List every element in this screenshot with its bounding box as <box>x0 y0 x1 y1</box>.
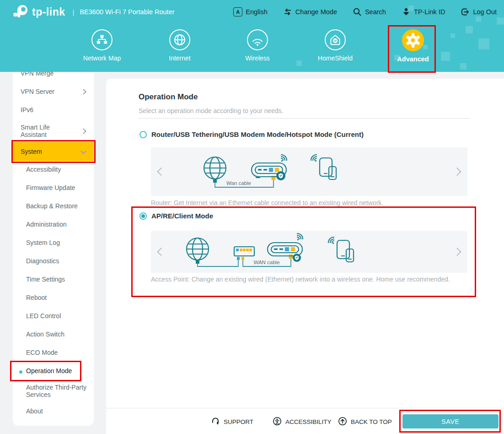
svg-text:WAN cable: WAN cable <box>253 260 279 265</box>
sidebar-item-reboot[interactable]: Reboot <box>13 294 94 301</box>
tab-network-map-label: Network Map <box>83 54 121 62</box>
accessibility-label: ACCESSIBILITY <box>285 418 332 425</box>
sidebar-item-administration[interactable]: Administration <box>13 221 94 228</box>
tplink-id-menu-item[interactable]: TP-Link ID <box>402 7 445 16</box>
top-header: tp-link | BE3600 Wi-Fi 7 Portable Router… <box>0 0 504 72</box>
sidebar: VPN Merge VPN Server IPv6 Smart Life Ass… <box>13 60 94 426</box>
sidebar-item-backup-restore[interactable]: Backup & Restore <box>13 202 94 210</box>
sidebar-item-eco-mode[interactable]: ECO Mode <box>13 349 94 356</box>
sidebar-item-label: IPv6 <box>21 106 33 114</box>
tplink-id-label: TP-Link ID <box>414 8 445 16</box>
sidebar-item-led-control[interactable]: LED Control <box>13 312 94 320</box>
change-mode-icon <box>283 7 292 16</box>
sidebar-item-ipv6[interactable]: IPv6 <box>13 106 94 114</box>
internet-icon <box>169 29 190 50</box>
router-mode-description: Router: Get Internet via an Ethernet cab… <box>151 199 383 206</box>
sidebar-item-system[interactable]: System <box>13 142 94 161</box>
search-icon <box>353 7 362 16</box>
logout-menu-item[interactable]: Log Out <box>461 7 497 16</box>
product-name: BE3600 Wi-Fi 7 Portable Router <box>80 8 174 16</box>
sidebar-item-label: Administration <box>26 221 67 228</box>
sidebar-item-label: Action Switch <box>26 331 64 338</box>
ap-mode-description: Access Point: Change an existing wired (… <box>151 276 450 283</box>
sidebar-item-label: Firmware Update <box>26 184 75 191</box>
logout-icon <box>461 7 470 16</box>
back-to-top-label: BACK TO TOP <box>351 418 392 425</box>
header-menu: A English Change Mode Search <box>233 0 497 24</box>
sidebar-item-time-settings[interactable]: Time Settings <box>13 276 94 283</box>
decor-square <box>460 63 466 70</box>
search-label: Search <box>365 8 386 16</box>
sidebar-item-firmware-update[interactable]: Firmware Update <box>13 184 94 191</box>
tab-homeshield[interactable]: HomeShield <box>296 29 374 63</box>
page-footer: SUPPORT ACCESSIBILITY BACK TO TOP SAVE <box>106 408 504 434</box>
page-subtitle: Select an operation mode according to yo… <box>139 107 284 114</box>
sidebar-item-label: System Log <box>26 239 60 246</box>
accessibility-link[interactable]: ACCESSIBILITY <box>273 417 332 427</box>
tab-wireless-label: Wireless <box>245 54 270 62</box>
sidebar-item-label: Smart Life Assistant <box>21 124 69 138</box>
router-mode-radio[interactable] <box>139 131 147 138</box>
sidebar-item-action-switch[interactable]: Action Switch <box>13 331 94 338</box>
tab-advanced-label: Advanced <box>397 55 429 63</box>
brand-separator: | <box>73 8 75 16</box>
sidebar-item-label: Authorize Third-Party Services <box>26 384 88 398</box>
change-mode-menu-item[interactable]: Change Mode <box>283 7 337 16</box>
save-button[interactable]: SAVE <box>402 414 499 429</box>
tplink-id-icon <box>402 7 411 16</box>
tab-advanced[interactable]: Advanced <box>374 29 452 63</box>
selected-dot-icon <box>19 370 22 374</box>
support-link[interactable]: SUPPORT <box>211 417 253 427</box>
ap-mode-illustration: WAN cable <box>151 231 467 273</box>
sidebar-item-operation-mode[interactable]: Operation Mode <box>13 367 94 374</box>
sidebar-item-about[interactable]: About <box>13 407 94 415</box>
sidebar-item-label: Diagnostics <box>26 257 59 265</box>
support-icon <box>211 417 220 427</box>
tab-network-map[interactable]: Network Map <box>63 29 141 63</box>
sidebar-item-label: Time Settings <box>26 276 65 283</box>
accessibility-icon <box>273 417 282 427</box>
sidebar-item-smart-life-assistant[interactable]: Smart Life Assistant <box>13 124 94 138</box>
tplink-logo-icon <box>13 4 29 20</box>
sidebar-item-label: About <box>26 407 43 415</box>
homeshield-icon <box>325 29 346 50</box>
advanced-gear-icon <box>402 29 424 51</box>
wireless-icon <box>247 29 268 50</box>
chevron-right-icon <box>80 128 86 134</box>
sidebar-item-label: Backup & Restore <box>26 202 78 210</box>
sidebar-item-system-log[interactable]: System Log <box>13 239 94 246</box>
sidebar-item-label: LED Control <box>26 312 61 320</box>
sidebar-item-label: Reboot <box>26 294 47 301</box>
sidebar-item-vpn-server[interactable]: VPN Server <box>13 88 94 95</box>
ap-mode-option[interactable]: AP/RE/Client Mode <box>139 212 213 220</box>
decor-square <box>478 38 489 49</box>
back-to-top-icon <box>338 417 347 427</box>
network-map-icon <box>91 29 113 50</box>
search-menu-item[interactable]: Search <box>353 7 386 16</box>
sidebar-item-authorize-third-party-services[interactable]: Authorize Third-Party Services <box>13 384 94 398</box>
chevron-right-icon <box>80 89 86 95</box>
tab-internet[interactable]: Internet <box>141 29 219 63</box>
tab-wireless[interactable]: Wireless <box>219 29 296 63</box>
brand-name: tp-link <box>32 6 65 18</box>
sidebar-item-diagnostics[interactable]: Diagnostics <box>13 257 94 265</box>
decor-square <box>466 26 473 33</box>
sidebar-item-label: Operation Mode <box>26 367 72 374</box>
language-menu-item[interactable]: A English <box>233 7 268 16</box>
ap-mode-label: AP/RE/Client Mode <box>151 212 213 220</box>
tab-homeshield-label: HomeShield <box>318 54 353 62</box>
support-label: SUPPORT <box>224 418 253 425</box>
main-nav-tabs: Network Map Internet <box>63 29 452 63</box>
router-mode-illustration: Wan cable <box>151 147 467 196</box>
sidebar-item-accessibility[interactable]: Accessibility <box>13 166 94 173</box>
logout-label: Log Out <box>473 8 497 16</box>
ap-mode-carousel: WAN cable <box>151 231 467 273</box>
back-to-top-link[interactable]: BACK TO TOP <box>338 417 392 427</box>
chevron-down-icon <box>80 148 86 154</box>
sidebar-item-label: VPN Server <box>21 88 54 95</box>
sidebar-item-label: ECO Mode <box>26 349 58 356</box>
tab-internet-label: Internet <box>169 54 190 62</box>
sidebar-item-label: System <box>21 148 42 155</box>
router-mode-option[interactable]: Router/USB Tethering/USB Modem Mode/Hots… <box>139 130 364 138</box>
ap-mode-radio[interactable] <box>139 212 147 220</box>
